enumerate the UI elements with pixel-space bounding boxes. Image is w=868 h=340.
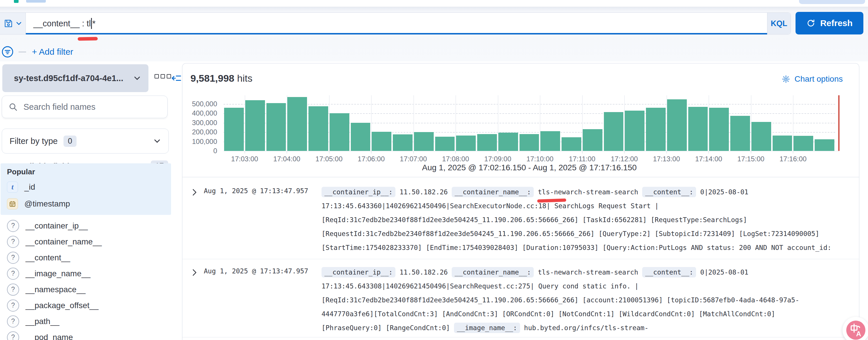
row-timestamp: Aug 1, 2025 @ 17:13:47.957 (204, 267, 308, 275)
field-name-badge: __container_name__: (452, 187, 534, 197)
histogram-bar[interactable] (562, 137, 581, 151)
histogram-bar[interactable] (351, 123, 371, 151)
histogram-chart: 0100,000200,000300,000400,000500,000 17:… (182, 88, 859, 175)
field-item[interactable]: ?__package_offset__ (1, 298, 171, 313)
field-item[interactable]: ?__container_name__ (1, 234, 171, 250)
histogram-bar[interactable] (267, 103, 286, 151)
x-axis-tick (456, 151, 456, 154)
refresh-button[interactable]: Refresh (796, 12, 863, 34)
x-axis-tick (624, 151, 624, 154)
x-axis-tick (666, 151, 667, 154)
x-axis-label: 17:06:00 (348, 155, 394, 163)
search-icon (8, 102, 18, 111)
x-axis-line (223, 151, 839, 151)
x-axis-label: 17:04:00 (264, 155, 310, 163)
filter-divider (19, 52, 26, 53)
hits-count: 9,581,998 (190, 73, 234, 84)
histogram-bar[interactable] (583, 129, 602, 151)
popular-label: Popular (7, 167, 35, 176)
histogram-bar[interactable] (245, 100, 265, 151)
tab-favicon (14, 0, 19, 3)
unknown-type-field-icon: ? (7, 300, 19, 312)
filter-menu-icon[interactable] (1, 45, 14, 58)
histogram-bar[interactable] (540, 131, 560, 151)
histogram-bar[interactable] (308, 106, 328, 151)
saved-query-menu-button[interactable] (0, 13, 26, 34)
field-item[interactable]: ?__pod_name__ (1, 329, 171, 340)
x-axis-label: 17:07:00 (390, 155, 437, 163)
field-stats-toggle-icon[interactable] (155, 74, 171, 78)
histogram-bar[interactable] (435, 137, 455, 151)
chart-options-button[interactable]: Chart options (782, 74, 843, 84)
query-input[interactable]: __content__ : tl* (26, 13, 767, 34)
histogram-bar[interactable] (646, 108, 665, 151)
histogram-bar[interactable] (667, 99, 687, 151)
histogram-bar[interactable] (794, 136, 813, 151)
unknown-type-field-icon: ? (7, 268, 19, 280)
x-axis-label: 17:13:00 (643, 155, 690, 163)
field-search-input[interactable] (23, 102, 161, 112)
unknown-type-field-icon: ? (7, 331, 19, 340)
histogram-bar[interactable] (709, 108, 729, 151)
data-view-name: sy-test.d95cf1df-a704-4e1... (14, 74, 123, 83)
data-view-selector[interactable]: sy-test.d95cf1df-a704-4e1... (2, 64, 149, 92)
histogram-bar[interactable] (773, 136, 792, 151)
field-item[interactable]: ?__namespace__ (1, 281, 171, 298)
field-list: ?__container_ip__?__container_name__?__c… (1, 218, 171, 340)
expand-row-button[interactable] (190, 268, 199, 277)
chevron-down-icon (133, 74, 141, 82)
histogram-bar[interactable] (730, 116, 750, 151)
histogram-bar[interactable] (625, 111, 645, 151)
x-axis-label: 17:12:00 (601, 155, 647, 163)
histogram-bar[interactable] (224, 108, 244, 151)
histogram-bar[interactable] (498, 133, 518, 151)
row-divider (182, 259, 859, 259)
histogram-bar[interactable] (414, 132, 434, 151)
date-field-icon (7, 198, 18, 209)
histogram-bar[interactable] (287, 97, 307, 151)
text-cursor (91, 18, 92, 29)
expand-row-button[interactable] (190, 188, 199, 197)
gear-icon (782, 75, 790, 83)
histogram-bar[interactable] (372, 132, 392, 151)
field-item[interactable]: ?__content__ (1, 250, 171, 266)
query-language-button[interactable]: KQL (767, 13, 790, 34)
translate-fab[interactable]: A (842, 317, 868, 340)
filter-by-type-dropdown[interactable]: Filter by type 0 (2, 129, 169, 154)
histogram-bar[interactable] (520, 134, 539, 151)
field-name-badge: __container_ip__: (321, 267, 396, 277)
field-name-badge: __container_ip__: (321, 187, 396, 197)
y-axis-label: 0 (185, 147, 217, 155)
save-icon (3, 19, 13, 28)
hits-counter: 9,581,998 hits (190, 73, 252, 84)
histogram-bar[interactable] (477, 134, 497, 151)
refresh-label: Refresh (820, 18, 852, 28)
histogram-bar[interactable] (751, 122, 771, 151)
field-item-id[interactable]: t _id (1, 179, 171, 195)
chevron-down-icon (153, 137, 161, 145)
x-axis-tick (498, 151, 498, 154)
histogram-bar[interactable] (688, 107, 708, 151)
add-filter-button[interactable]: + Add filter (32, 47, 73, 57)
unknown-type-field-icon: ? (7, 220, 19, 232)
unknown-type-field-icon: ? (7, 252, 19, 264)
x-axis-label: 17:10:00 (517, 155, 563, 163)
y-axis-label: 100,000 (185, 138, 217, 146)
x-axis-tick (751, 151, 751, 154)
field-item-timestamp[interactable]: @timestamp (1, 196, 171, 211)
field-item[interactable]: ?__path__ (1, 313, 171, 329)
query-text-after-cursor: * (92, 19, 95, 28)
collapse-sidebar-icon[interactable] (170, 72, 182, 84)
histogram-bar[interactable] (815, 139, 834, 151)
histogram-bar[interactable] (456, 136, 476, 151)
tab-title-sliver (26, 0, 46, 3)
histogram-bar[interactable] (604, 112, 624, 151)
histogram-bar[interactable] (393, 134, 412, 151)
x-axis-label: 17:15:00 (728, 155, 774, 163)
field-item[interactable]: ?__image_name__ (1, 266, 171, 281)
field-name-badge: __content__: (642, 187, 696, 197)
discover-app: __content__ : tl* KQL Refresh + Add filt… (0, 0, 868, 340)
histogram-bar[interactable] (330, 113, 349, 151)
x-axis-tick (540, 151, 540, 154)
field-item[interactable]: ?__container_ip__ (1, 218, 171, 234)
